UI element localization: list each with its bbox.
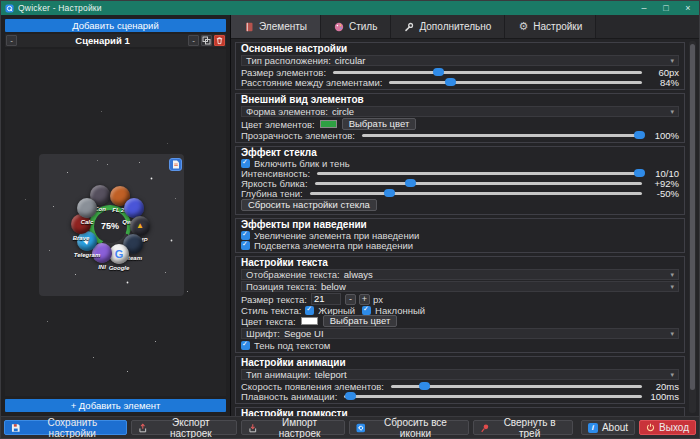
element-spacing-row: Расстояние между элементами: 84%: [241, 77, 679, 87]
animation-speed-slider[interactable]: [391, 385, 642, 388]
text-size-increase-button[interactable]: +: [359, 294, 370, 305]
document-icon: [172, 160, 180, 169]
hover-scale-row: Увеличение элемента при наведении: [241, 230, 679, 240]
tab-style[interactable]: Стиль: [321, 15, 391, 38]
text-display-dropdown[interactable]: Отображение текста: always ▾: [241, 269, 679, 280]
section-title: Внешний вид элементов: [241, 95, 679, 105]
about-button[interactable]: i About: [581, 420, 635, 435]
scenario-row[interactable]: - Сценарий 1 -: [5, 34, 226, 47]
scenario-delete-button[interactable]: [214, 35, 225, 46]
scrollbar-thumb[interactable]: [690, 44, 695, 390]
maximize-button[interactable]: □: [655, 1, 677, 15]
minimize-to-tray-button[interactable]: Свернуть в трей: [473, 420, 573, 435]
section-appearance: Внешний вид элементов Форма элементов: c…: [235, 93, 685, 143]
tab-settings[interactable]: ⚙ Настройки: [505, 15, 596, 38]
trash-icon: [215, 36, 224, 45]
checkbox[interactable]: [241, 159, 250, 168]
checkbox[interactable]: [241, 341, 250, 350]
font-dropdown[interactable]: Шрифт: Segoe UI ▾: [241, 328, 679, 339]
layout-type-dropdown[interactable]: Тип расположения: circular ▾: [241, 55, 679, 66]
scenario-duplicate-button[interactable]: [201, 35, 212, 46]
setting-label: Расстояние между элементами:: [241, 77, 382, 88]
glass-intensity-slider[interactable]: [317, 172, 642, 175]
glass-intensity-row: Интенсивность: 10/10: [241, 168, 679, 178]
glass-shadow-slider[interactable]: [310, 192, 642, 195]
setting-label: Размер текста:: [241, 294, 307, 305]
slider-thumb[interactable]: [634, 169, 645, 177]
setting-label: Отображение текста:: [246, 269, 340, 280]
preview-app-calc[interactable]: Calc: [69, 198, 105, 225]
glass-glare-slider[interactable]: [315, 182, 642, 185]
setting-value: below: [321, 281, 346, 292]
animation-type-dropdown[interactable]: Тип анимации: teleport ▾: [241, 369, 679, 380]
checkbox[interactable]: [241, 241, 250, 250]
slider-thumb[interactable]: [345, 392, 356, 400]
export-icon: [138, 423, 148, 433]
text-position-dropdown[interactable]: Позиция текста: below ▾: [241, 281, 679, 292]
reset-glass-button[interactable]: Сбросить настройки стекла: [241, 199, 377, 211]
element-size-row: Размер элементов: 60px: [241, 67, 679, 77]
pick-color-button[interactable]: Выбрать цвет: [323, 315, 398, 327]
minimize-button[interactable]: –: [633, 1, 655, 15]
animation-smooth-slider[interactable]: [344, 395, 642, 398]
element-color-row: Цвет элементов: Выбрать цвет: [241, 118, 679, 130]
app-label: Telegram: [69, 252, 105, 258]
checkbox[interactable]: [241, 231, 250, 240]
slider-thumb[interactable]: [405, 179, 416, 187]
setting-value: circular: [335, 55, 366, 66]
vertical-scrollbar[interactable]: [689, 41, 696, 413]
setting-value: 100%: [649, 130, 679, 141]
stars: [5, 49, 6, 50]
tab-label: Стиль: [349, 21, 377, 32]
close-button[interactable]: ×: [677, 1, 699, 15]
setting-value: circle: [332, 106, 354, 117]
setting-label: Стиль текста:: [241, 305, 301, 316]
chevron-down-icon: ▾: [670, 283, 674, 290]
tab-elements[interactable]: Элементы: [231, 15, 321, 38]
app-label: Calc: [69, 219, 105, 225]
element-opacity-slider[interactable]: [362, 134, 642, 137]
text-size-decrease-button[interactable]: -: [345, 294, 356, 305]
add-scenario-button[interactable]: Добавить сценарий: [5, 19, 226, 32]
setting-label: Форма элементов:: [246, 106, 328, 117]
slider-thumb[interactable]: [433, 68, 444, 76]
slider-thumb[interactable]: [384, 189, 395, 197]
setting-label: Глубина тени:: [241, 188, 303, 199]
reset-icons-button[interactable]: Сбросить все иконки: [349, 420, 469, 435]
setting-label: Шрифт:: [246, 328, 280, 339]
italic-label: Наклонный: [375, 305, 425, 316]
add-element-button[interactable]: + Добавить элемент: [5, 399, 226, 412]
slider-thumb[interactable]: [419, 382, 430, 390]
element-shape-dropdown[interactable]: Форма элементов: circle ▾: [241, 106, 679, 117]
app-label: Brave: [63, 235, 99, 241]
setting-label: Плавность анимации:: [241, 391, 337, 402]
text-size-input[interactable]: 21: [311, 293, 341, 305]
element-size-slider[interactable]: [333, 71, 642, 74]
export-settings-button[interactable]: Экспорт настроек: [131, 420, 237, 435]
slider-thumb[interactable]: [445, 78, 456, 86]
slider-thumb[interactable]: [634, 131, 645, 139]
italic-checkbox[interactable]: [362, 306, 371, 315]
setting-value: -50%: [649, 188, 679, 199]
scenario-minimize-button[interactable]: -: [188, 35, 199, 46]
save-settings-button[interactable]: Сохранить настройки: [4, 420, 127, 435]
app-bubble: ▲: [130, 216, 150, 236]
element-spacing-slider[interactable]: [389, 81, 642, 84]
section-title: Настройки анимации: [241, 358, 679, 368]
scenario-collapse-button[interactable]: -: [6, 35, 17, 46]
chevron-down-icon: ▾: [670, 57, 674, 64]
tab-advanced[interactable]: Дополнительно: [391, 15, 505, 38]
bold-checkbox[interactable]: [305, 306, 314, 315]
pick-color-button[interactable]: Выбрать цвет: [342, 118, 417, 130]
section-text: Настройки текста Отображение текста: alw…: [235, 256, 685, 353]
tab-label: Дополнительно: [419, 21, 491, 32]
book-icon: [244, 22, 254, 32]
scenario-file-button[interactable]: [169, 158, 182, 171]
setting-label: Цвет текста:: [241, 316, 296, 327]
import-settings-button[interactable]: Импорт настроек: [241, 420, 345, 435]
exit-button[interactable]: Выход: [639, 420, 696, 435]
section-glass: Эффект стекла Включить блик и тень Интен…: [235, 146, 685, 215]
app-icon: [5, 4, 14, 13]
section-title: Настройки текста: [241, 258, 679, 268]
section-title: Настройки громкости: [241, 409, 679, 416]
